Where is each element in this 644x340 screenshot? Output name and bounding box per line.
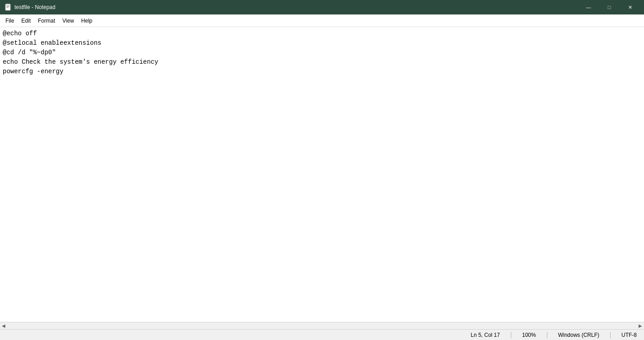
text-editor[interactable] <box>0 27 644 322</box>
encoding: UTF-8 <box>621 332 637 338</box>
editor-container <box>0 27 644 322</box>
h-scroll-track[interactable] <box>7 322 637 329</box>
menu-view[interactable]: View <box>59 16 78 26</box>
title-bar: testfile - Notepad — □ ✕ <box>0 0 644 14</box>
minimize-button[interactable]: — <box>578 0 599 14</box>
menu-file[interactable]: File <box>2 16 18 26</box>
menu-edit[interactable]: Edit <box>18 16 34 26</box>
svg-rect-3 <box>6 7 9 8</box>
menu-help[interactable]: Help <box>78 16 96 26</box>
title-bar-controls: — □ ✕ <box>578 0 640 14</box>
status-bar: Ln 5, Col 17 100% Windows (CRLF) UTF-8 <box>0 329 644 340</box>
menu-bar: File Edit Format View Help <box>0 14 644 27</box>
status-divider-3 <box>610 332 611 338</box>
window-title: testfile - Notepad <box>14 4 56 10</box>
close-button[interactable]: ✕ <box>620 0 640 14</box>
scroll-right-arrow[interactable]: ▶ <box>637 322 644 330</box>
status-divider-2 <box>547 332 547 338</box>
cursor-position: Ln 5, Col 17 <box>471 332 500 338</box>
svg-rect-1 <box>6 5 9 6</box>
scroll-left-arrow[interactable]: ◀ <box>0 322 7 330</box>
svg-rect-2 <box>6 6 9 7</box>
zoom-level: 100% <box>522 332 536 338</box>
notepad-icon <box>5 4 12 11</box>
status-divider-1 <box>511 332 511 338</box>
svg-rect-4 <box>7 4 9 5</box>
horizontal-scrollbar: ◀ ▶ <box>0 322 644 329</box>
maximize-button[interactable]: □ <box>599 0 620 14</box>
menu-format[interactable]: Format <box>34 16 59 26</box>
line-ending: Windows (CRLF) <box>558 332 599 338</box>
title-bar-left: testfile - Notepad <box>5 4 56 11</box>
